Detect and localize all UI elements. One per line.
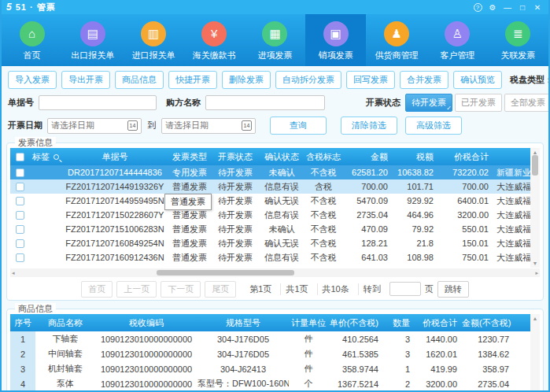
doc-no-input[interactable] [39, 95, 157, 110]
jump-button[interactable]: 跳转 [437, 281, 469, 298]
import-invoice-button[interactable]: 导入发票 [8, 71, 57, 89]
clear-filter-button[interactable]: 清除筛选 [341, 116, 397, 135]
goods-panel-title: 商品信息 [15, 303, 56, 315]
nav-import-declaration[interactable]: ▥ 进口报关单 [123, 14, 183, 66]
page-unit-label: 页 [425, 283, 434, 295]
row-checkbox[interactable] [16, 253, 24, 262]
doc-no-label: 单据号 [8, 97, 34, 109]
col-doc-no: 单据号 [62, 148, 168, 165]
date-from-input[interactable]: 请选择日期 14 [47, 118, 142, 134]
auto-split-invoice-button[interactable]: 自动拆分发票 [275, 71, 341, 89]
goods-row[interactable]: 2中间轴套 1090123010000000000304-J176D05 件46… [10, 346, 530, 361]
scroll-down-icon[interactable]: ▼ [533, 261, 538, 266]
app-logo-icon: 5 [6, 2, 12, 13]
scrollbar-thumb[interactable] [532, 155, 538, 176]
invoice-row[interactable]: DR20171207144444836专用发票 待开发票未确认 不含税62581… [10, 165, 530, 179]
nav-supplier-management[interactable]: ♟ 供货商管理 [366, 14, 426, 66]
nav-input-invoice[interactable]: ▦ 进项发票 [245, 14, 305, 66]
select-all-checkbox[interactable] [16, 153, 24, 161]
delete-invoice-button[interactable]: 删除发票 [222, 71, 271, 89]
export-declaration-icon: ▤ [80, 21, 105, 46]
status-option-pending[interactable]: 待开发票✓ [405, 94, 452, 112]
invoice-vertical-scrollbar[interactable]: ▲ ▼ [530, 148, 540, 268]
col-qty: 数量 [383, 314, 415, 331]
row-checkbox[interactable] [16, 225, 24, 234]
goods-vertical-scrollbar[interactable]: ▲ ▼ [530, 314, 540, 392]
goods-row[interactable]: 3机封轴套 1090123010000000000304-J62413 件358… [10, 361, 530, 376]
invoice-row[interactable]: FZ20171207160912436N普通发票 待开发票信息有误 不含税641… [10, 250, 530, 264]
goods-row[interactable]: 1下轴套 1090123010000000000304-J176D05 件410… [10, 331, 530, 346]
first-page-button[interactable]: 首页 [81, 281, 113, 298]
col-confirm-status: 确认状态 [259, 148, 305, 165]
customs-payment-icon: ¥ [201, 21, 227, 46]
help-button[interactable]: ? [471, 2, 484, 12]
export-invoice-button[interactable]: 导出开票 [61, 71, 110, 89]
query-button[interactable]: 查询 [270, 116, 327, 135]
col-invoice-type: 发票类型 [168, 148, 212, 165]
col-invoice-status: 开票状态 [212, 148, 259, 165]
row-checkbox[interactable] [16, 183, 24, 191]
scroll-right-icon[interactable]: ▸ [535, 270, 538, 276]
buyer-input[interactable] [205, 95, 325, 110]
goods-header-row: 序号 商品名称 税收编码 规格型号 计量单位 单价(不含税) 数量 价税合计 金… [10, 314, 530, 331]
minimize-button[interactable]: — [501, 3, 514, 12]
next-page-button[interactable]: 下一页 [161, 281, 201, 298]
last-page-button[interactable]: 尾页 [205, 281, 236, 298]
invoice-row[interactable]: FZ20171207160849254N普通发票 待开发票确认无误 不含税128… [10, 236, 530, 250]
advanced-filter-button[interactable]: 高级筛选 [405, 116, 462, 135]
prev-page-button[interactable]: 上一页 [116, 281, 157, 298]
nav-customs-payment[interactable]: ¥ 海关缴款书 [184, 14, 245, 66]
goods-panel: 商品信息 序号 商品名称 税收编码 规格型号 计量单位 单价(不含税) [6, 309, 544, 392]
scroll-left-icon[interactable]: ◂ [12, 270, 15, 276]
toolbar: 导入发票 导出开票 商品信息 快捷开票 删除发票 自动拆分发票 回写发票 合并发… [8, 71, 542, 89]
invoice-status-segment: 待开发票✓ 已开发票 全部发票 [405, 94, 550, 112]
main-nav: ⌂ 首页 ▤ 出口报关单 ▥ 进口报关单 ¥ 海关缴款书 ▦ 进项发票 ▣ 销项… [2, 14, 548, 66]
scroll-up-icon[interactable]: ▲ [533, 316, 538, 321]
row-checkbox[interactable] [16, 211, 24, 220]
goto-page-input[interactable] [389, 282, 421, 296]
goods-table-viewport: 序号 商品名称 税收编码 规格型号 计量单位 单价(不含税) 数量 价税合计 金… [10, 314, 530, 392]
scroll-up-icon[interactable]: ▲ [533, 150, 538, 155]
customer-icon: ♙ [445, 21, 470, 46]
goods-info-button[interactable]: 商品信息 [115, 71, 164, 89]
linked-invoice-icon: ≣ [505, 21, 530, 46]
settings-gear-icon[interactable]: ⚙ [486, 3, 499, 12]
status-option-all[interactable]: 全部发票 [504, 94, 550, 112]
invoice-row[interactable]: FZ20171207144919326Y普通发票 待开发票信息有误 含税700.… [10, 179, 530, 194]
date-to-input[interactable]: 请选择日期 14 [161, 118, 256, 134]
status-option-issued[interactable]: 已开发票 [455, 94, 502, 112]
total-pages-label: 共1页 [280, 283, 312, 295]
goto-label: 转到 [358, 283, 386, 295]
invoice-row[interactable]: FZ20171207150228607Y普通发票 待开发票信息有误 不含税273… [10, 208, 530, 222]
search-icon[interactable] [54, 154, 59, 160]
check-icon: ✓ [446, 105, 452, 112]
writeback-invoice-button[interactable]: 回写发票 [346, 71, 395, 89]
invoice-horizontal-scrollbar[interactable]: ◂ ▸ [10, 268, 540, 277]
col-spec: 规格型号 [197, 314, 289, 331]
row-checkbox[interactable] [16, 239, 24, 248]
close-button[interactable]: ✕ [531, 3, 544, 12]
nav-output-invoice[interactable]: ▣ 销项发票 [305, 14, 366, 66]
nav-export-declaration[interactable]: ▤ 出口报关单 [62, 14, 123, 66]
invoice-row[interactable]: FZ20171207151006283N普通发票 待开发票未确认 不含税470.… [10, 222, 530, 236]
input-invoice-icon: ▦ [262, 21, 287, 46]
invoice-panel: 发票信息 标签 单据号 发票类型 开票状态 确认状态 含税 [6, 142, 544, 301]
nav-linked-invoice[interactable]: ≣ 关联发票 [488, 14, 548, 66]
maximize-button[interactable]: □ [516, 3, 529, 12]
filter-row-1: 单据号 购方名称 开票状态 待开发票✓ 已开发票 全部发票 确认状态 全部 ▼ [8, 94, 542, 112]
scrollbar-thumb[interactable] [157, 270, 294, 276]
current-page-label: 第1页 [245, 283, 276, 295]
row-checkbox[interactable] [16, 197, 24, 205]
date-to-label: 到 [147, 120, 156, 131]
invoice-type-tooltip: 普通发票 [164, 194, 212, 210]
quick-invoice-button[interactable]: 快捷开票 [168, 71, 217, 89]
nav-home[interactable]: ⌂ 首页 [2, 14, 62, 66]
nav-customer-management[interactable]: ♙ 客户管理 [427, 14, 488, 66]
invoice-table-viewport: 标签 单据号 发票类型 开票状态 确认状态 含税标志 金额 税额 价税合计 购方… [10, 148, 530, 268]
goods-row[interactable]: 4泵体 1090123010000000000泵型号：DFW100-160N2 … [10, 376, 530, 391]
invoice-row[interactable]: FZ20171207144959495N普通发票 待开发票确认无误 不含税547… [10, 194, 530, 208]
col-unit: 计量单位 [289, 314, 328, 331]
confirm-preview-button[interactable]: 确认预览 [453, 71, 502, 89]
row-checkbox[interactable] [16, 168, 24, 177]
merge-invoice-button[interactable]: 合并发票 [400, 71, 448, 89]
